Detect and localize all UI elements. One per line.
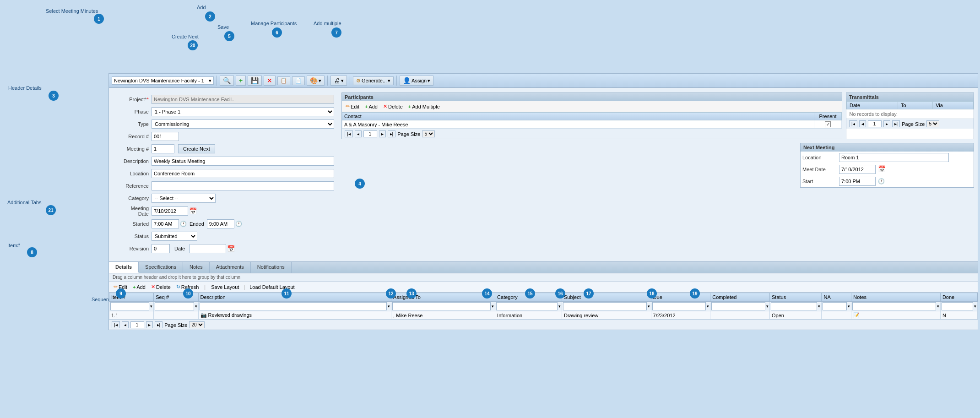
filter-item-icon[interactable]: ▾ — [150, 304, 152, 309]
filter-item[interactable]: ▾ — [109, 302, 154, 311]
status-select[interactable]: Submitted — [152, 232, 197, 241]
participants-first-btn[interactable]: |◂ — [345, 130, 353, 137]
col-notes[interactable]: Notes — [851, 293, 941, 302]
participants-prev-btn[interactable]: ◂ — [355, 130, 362, 137]
filter-notes-input[interactable] — [852, 302, 936, 310]
paste-btn[interactable]: 📄 — [292, 76, 305, 85]
filter-desc-input[interactable] — [200, 302, 387, 310]
participants-add-btn[interactable]: + Add — [363, 103, 379, 110]
col-done[interactable]: Done — [940, 293, 977, 302]
filter-status-icon[interactable]: ▾ — [818, 304, 820, 309]
color-btn[interactable]: 🎨 ▾ — [307, 76, 325, 86]
project-input[interactable] — [152, 95, 334, 104]
filter-na-input[interactable] — [823, 302, 847, 310]
trans-prev-btn[interactable]: ◂ — [859, 120, 866, 127]
category-select[interactable]: -- Select -- — [152, 194, 216, 203]
filter-done[interactable]: ▾ — [940, 302, 977, 311]
copy-btn[interactable]: 📋 — [277, 76, 290, 85]
save-btn[interactable]: 💾 — [248, 76, 262, 86]
trans-page-input[interactable] — [868, 120, 882, 127]
meeting-date-icon[interactable]: 📅 — [189, 207, 197, 215]
tab-notifications[interactable]: Notifications — [251, 262, 292, 273]
filter-seq-input[interactable] — [155, 302, 194, 310]
filter-status-input[interactable] — [771, 302, 817, 310]
reference-input[interactable] — [152, 181, 334, 190]
col-description[interactable]: Description — [198, 293, 391, 302]
participants-pagesize-select[interactable]: 5 — [422, 130, 435, 137]
participant-present-1[interactable] — [814, 120, 842, 129]
participants-edit-btn[interactable]: ✏ Edit — [344, 103, 361, 110]
nm-location-input[interactable] — [839, 153, 949, 162]
col-subject[interactable]: Subject — [562, 293, 651, 302]
nm-start-icon[interactable]: 🕐 — [878, 178, 885, 185]
participants-page-input[interactable] — [363, 130, 377, 137]
filter-item-input[interactable] — [110, 302, 149, 310]
delete-btn[interactable]: ✕ — [264, 76, 276, 86]
grid-add-btn[interactable]: + Add — [131, 283, 147, 291]
filter-subject[interactable]: ▾ — [562, 302, 651, 311]
filter-seq[interactable]: ▾ — [154, 302, 198, 311]
filter-category-icon[interactable]: ▾ — [558, 304, 561, 309]
filter-category[interactable]: ▾ — [495, 302, 562, 311]
generate-btn[interactable]: ⚙ Generate... ▾ — [353, 76, 394, 85]
tab-details[interactable]: Details — [109, 262, 139, 273]
meeting-date-input[interactable] — [152, 206, 188, 216]
tab-specifications[interactable]: Specifications — [139, 262, 183, 273]
create-next-button[interactable]: Create Next — [178, 144, 215, 153]
print-dropdown-arrow[interactable]: ▾ — [341, 78, 344, 84]
record-input[interactable] — [152, 132, 179, 141]
ended-time-icon[interactable]: 🕐 — [235, 221, 242, 227]
participants-delete-btn[interactable]: ✕ Delete — [381, 103, 405, 110]
filter-completed-icon[interactable]: ▾ — [766, 304, 769, 309]
filter-category-input[interactable] — [496, 302, 558, 310]
filter-done-input[interactable] — [942, 302, 973, 310]
location-input[interactable] — [152, 169, 334, 178]
filter-desc[interactable]: ▾ — [198, 302, 391, 311]
col-na[interactable]: NA — [822, 293, 851, 302]
trans-first-btn[interactable]: |◂ — [849, 120, 857, 127]
filter-na-icon[interactable]: ▾ — [848, 304, 850, 309]
participants-add-multiple-btn[interactable]: + Add Multiple — [406, 103, 442, 110]
trans-next-btn[interactable]: ▸ — [883, 120, 890, 127]
rev-date-icon[interactable]: 📅 — [227, 245, 235, 252]
participants-next-btn[interactable]: ▸ — [379, 130, 386, 137]
col-status[interactable]: Status — [769, 293, 821, 302]
search-btn[interactable]: 🔍 — [220, 76, 234, 86]
filter-seq-icon[interactable]: ▾ — [195, 304, 197, 309]
color-dropdown-arrow[interactable]: ▾ — [319, 78, 321, 84]
present-checkbox-1[interactable] — [825, 121, 831, 127]
filter-notes[interactable]: ▾ — [851, 302, 941, 311]
nm-meetdate-icon[interactable]: 📅 — [878, 165, 886, 173]
grid-page-input[interactable] — [130, 321, 144, 328]
tab-attachments[interactable]: Attachments — [210, 262, 251, 273]
filter-due-icon[interactable]: ▾ — [707, 304, 709, 309]
nm-start-input[interactable] — [839, 177, 876, 186]
filter-due-input[interactable] — [652, 302, 706, 310]
description-input[interactable] — [152, 157, 334, 166]
assign-btn[interactable]: 👤 Assign ▾ — [400, 76, 433, 86]
grid-save-layout-btn[interactable]: Save Layout — [209, 283, 241, 291]
rev-date-input[interactable] — [190, 244, 226, 253]
assign-dropdown-arrow[interactable]: ▾ — [428, 78, 430, 84]
grid-pagesize-select[interactable]: 20 — [189, 321, 205, 328]
add-btn[interactable]: + — [236, 76, 246, 86]
filter-done-icon[interactable]: ▾ — [974, 304, 976, 309]
filter-na[interactable]: ▾ — [822, 302, 851, 311]
filter-desc-icon[interactable]: ▾ — [388, 304, 390, 309]
trans-pagesize-select[interactable]: 5 — [926, 120, 939, 127]
filter-notes-icon[interactable]: ▾ — [937, 304, 939, 309]
filter-assigned-input[interactable] — [392, 302, 491, 310]
meeting-input[interactable] — [152, 144, 174, 153]
grid-first-btn[interactable]: |◂ — [112, 321, 120, 328]
col-completed[interactable]: Completed — [710, 293, 770, 302]
filter-status[interactable]: ▾ — [769, 302, 821, 311]
filter-due[interactable]: ▾ — [651, 302, 710, 311]
col-due[interactable]: Due — [651, 293, 710, 302]
participants-last-btn[interactable]: ▸| — [388, 130, 396, 137]
filter-assigned-icon[interactable]: ▾ — [492, 304, 494, 309]
generate-dropdown-arrow[interactable]: ▾ — [388, 78, 390, 84]
nm-meetdate-input[interactable] — [839, 165, 876, 174]
started-time-icon[interactable]: 🕐 — [180, 221, 187, 227]
grid-delete-btn[interactable]: ✕ Delete — [149, 283, 173, 291]
type-select[interactable]: Commissioning — [152, 119, 334, 129]
